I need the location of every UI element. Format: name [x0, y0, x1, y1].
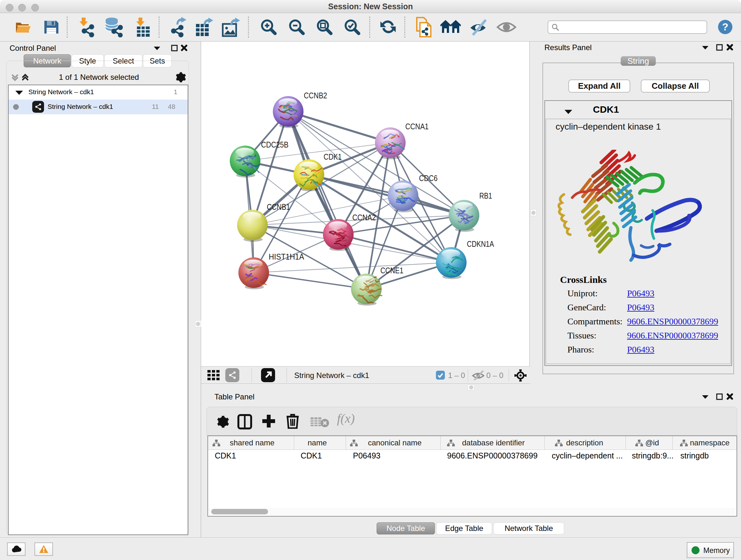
- svg-text:CCNB1: CCNB1: [267, 202, 290, 212]
- svg-text:HIST1H1A: HIST1H1A: [269, 252, 305, 261]
- svg-text:CCNA2: CCNA2: [352, 212, 376, 222]
- svg-text:RB1: RB1: [479, 191, 492, 200]
- svg-text:CDK1: CDK1: [324, 152, 342, 162]
- svg-text:CDC25B: CDC25B: [261, 140, 288, 149]
- svg-text:CDKN1A: CDKN1A: [467, 239, 494, 249]
- svg-text:CCNB2: CCNB2: [304, 91, 327, 100]
- svg-text:CDC6: CDC6: [419, 173, 437, 183]
- svg-text:CCNA1: CCNA1: [405, 122, 428, 131]
- svg-text:CCNE1: CCNE1: [381, 266, 403, 275]
